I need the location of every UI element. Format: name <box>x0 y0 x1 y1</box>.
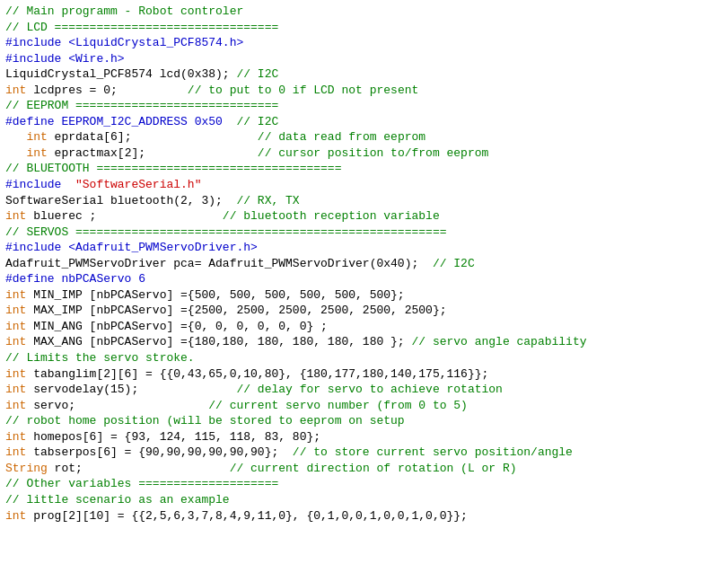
code-token-type: int <box>5 430 26 444</box>
code-token-type: int <box>5 399 26 412</box>
code-token-normal: servo; <box>26 399 208 412</box>
code-line: int MAX_IMP [nbPCAServo] ={2500, 2500, 2… <box>5 303 723 319</box>
code-line: #define EEPROM_I2C_ADDRESS 0x50 // I2C <box>5 114 723 130</box>
code-token-comment: // cursor position to/from eeprom <box>258 146 488 160</box>
code-token-normal: SoftwareSerial bluetooth(2, 3); <box>5 194 236 207</box>
code-token-normal: homepos[6] = {93, 124, 115, 118, 83, 80}… <box>26 430 320 444</box>
code-token-normal: tabserpos[6] = {90,90,90,90,90,90}; <box>26 445 292 459</box>
code-token-normal: MIN_IMP [nbPCAServo] ={500, 500, 500, 50… <box>26 288 404 302</box>
code-line: #define nbPCAServo 6 <box>5 271 723 287</box>
code-token-comment: // BLUETOOTH ===========================… <box>5 162 341 175</box>
code-token-normal: rot; <box>48 462 230 475</box>
code-token-comment: // current servo number (from 0 to 5) <box>208 399 468 412</box>
code-line: // BLUETOOTH ===========================… <box>5 161 723 177</box>
code-token-preprocessor: #include <box>5 178 75 191</box>
code-token-comment: // EEPROM ============================= <box>5 99 278 112</box>
code-line: #include <Adafruit_PWMServoDriver.h> <box>5 240 723 256</box>
code-token-comment: // LCD ================================ <box>5 21 278 34</box>
code-token-comment: // to put to 0 if LCD not present <box>188 84 418 97</box>
code-line: // SERVOS ==============================… <box>5 225 723 241</box>
code-token-type: int <box>5 130 48 144</box>
code-token-comment: // I2C <box>236 115 278 128</box>
code-line: int lcdpres = 0; // to put to 0 if LCD n… <box>5 83 723 99</box>
code-token-normal: tabanglim[2][6] = {{0,43,65,0,10,80}, {1… <box>26 367 488 381</box>
code-line: int servo; // current servo number (from… <box>5 398 723 414</box>
code-token-normal: MAX_ANG [nbPCAServo] ={180,180, 180, 180… <box>26 335 411 348</box>
code-token-normal: prog[2][10] = {{2,5,6,3,7,8,4,9,11,0}, {… <box>26 509 467 523</box>
code-token-comment: // Main programm - Robot controler <box>5 4 243 18</box>
code-token-type: int <box>5 367 26 381</box>
code-line: // LCD ================================ <box>5 20 723 36</box>
code-line: int prog[2][10] = {{2,5,6,3,7,8,4,9,11,0… <box>5 508 723 524</box>
code-token-normal: MIN_ANG [nbPCAServo] ={0, 0, 0, 0, 0, 0}… <box>26 320 327 333</box>
code-token-type: String <box>5 462 48 475</box>
code-line: int tabanglim[2][6] = {{0,43,65,0,10,80}… <box>5 366 723 383</box>
code-token-type: int <box>5 209 26 223</box>
code-line: int bluerec ; // bluetooth reception var… <box>5 208 723 225</box>
code-editor: // Main programm - Robot controler// LCD… <box>5 4 723 524</box>
code-line: int tabserpos[6] = {90,90,90,90,90,90}; … <box>5 445 723 461</box>
code-token-string: "SoftwareSerial.h" <box>75 178 201 191</box>
code-line: #include <LiquidCrystal_PCF8574.h> <box>5 35 723 51</box>
code-token-comment: // to store current servo position/angle <box>293 445 573 459</box>
code-line: // EEPROM ============================= <box>5 98 723 114</box>
code-token-type: int <box>5 509 26 523</box>
code-line: // Main programm - Robot controler <box>5 4 723 20</box>
code-token-normal: MAX_IMP [nbPCAServo] ={2500, 2500, 2500,… <box>26 304 446 317</box>
code-token-comment: // current direction of rotation (L or R… <box>230 462 517 475</box>
code-line: // little scenario as an example <box>5 492 723 508</box>
code-token-preprocessor: #include <Adafruit_PWMServoDriver.h> <box>5 241 258 254</box>
code-token-comment: // RX, TX <box>236 194 299 207</box>
code-token-normal: epractmax[2]; <box>48 146 258 160</box>
code-token-type: int <box>5 84 26 97</box>
code-token-comment: // bluetooth reception variable <box>223 209 440 223</box>
code-token-normal: bluerec ; <box>26 209 222 223</box>
code-token-type: int <box>5 146 48 160</box>
code-token-type: int <box>5 288 26 302</box>
code-token-preprocessor: #include <Wire.h> <box>5 52 125 66</box>
code-token-normal: servodelay(15); <box>26 383 236 396</box>
code-token-preprocessor: #define nbPCAServo 6 <box>5 272 145 286</box>
code-token-normal: lcdpres = 0; <box>26 84 187 97</box>
code-token-type: int <box>5 320 26 333</box>
code-token-comment: // SERVOS ==============================… <box>5 225 446 239</box>
code-line: int servodelay(15); // delay for servo t… <box>5 382 723 398</box>
code-line: int MAX_ANG [nbPCAServo] ={180,180, 180,… <box>5 334 723 350</box>
code-token-comment: // Limits the servo stroke. <box>5 351 195 365</box>
code-line: int eprdata[6]; // data read from eeprom <box>5 129 723 145</box>
code-token-comment: // I2C <box>236 67 278 81</box>
code-token-type: int <box>5 304 26 317</box>
code-token-type: int <box>5 445 26 459</box>
code-token-comment: // data read from eeprom <box>258 130 425 144</box>
code-token-preprocessor: #define EEPROM_I2C_ADDRESS 0x50 <box>5 115 236 128</box>
code-token-comment: // I2C <box>433 257 475 270</box>
code-line: int MIN_ANG [nbPCAServo] ={0, 0, 0, 0, 0… <box>5 319 723 335</box>
code-line: #include "SoftwareSerial.h" <box>5 177 723 193</box>
code-line: int MIN_IMP [nbPCAServo] ={500, 500, 500… <box>5 287 723 304</box>
code-line: // Other variables ==================== <box>5 476 723 492</box>
code-line: // robot home position (will be stored t… <box>5 413 723 429</box>
code-token-normal: eprdata[6]; <box>48 130 258 144</box>
code-token-type: int <box>5 383 26 396</box>
code-line: LiquidCrystal_PCF8574 lcd(0x38); // I2C <box>5 66 723 83</box>
code-line: #include <Wire.h> <box>5 51 723 67</box>
code-token-comment: // servo angle capability <box>411 335 586 348</box>
code-line: int homepos[6] = {93, 124, 115, 118, 83,… <box>5 429 723 445</box>
code-line: int epractmax[2]; // cursor position to/… <box>5 145 723 162</box>
code-line: Adafruit_PWMServoDriver pca= Adafruit_PW… <box>5 256 723 272</box>
code-line: // Limits the servo stroke. <box>5 350 723 366</box>
code-token-normal: Adafruit_PWMServoDriver pca= Adafruit_PW… <box>5 257 433 270</box>
code-line: SoftwareSerial bluetooth(2, 3); // RX, T… <box>5 193 723 209</box>
code-token-comment: // robot home position (will be stored t… <box>5 414 405 427</box>
code-token-normal: LiquidCrystal_PCF8574 lcd(0x38); <box>5 67 236 81</box>
code-token-type: int <box>5 335 26 348</box>
code-token-comment: // little scenario as an example <box>5 493 230 507</box>
code-token-comment: // delay for servo to achieve rotation <box>236 383 502 396</box>
code-line: String rot; // current direction of rota… <box>5 461 723 477</box>
code-token-preprocessor: #include <LiquidCrystal_PCF8574.h> <box>5 36 243 49</box>
code-token-comment: // Other variables ==================== <box>5 477 278 490</box>
